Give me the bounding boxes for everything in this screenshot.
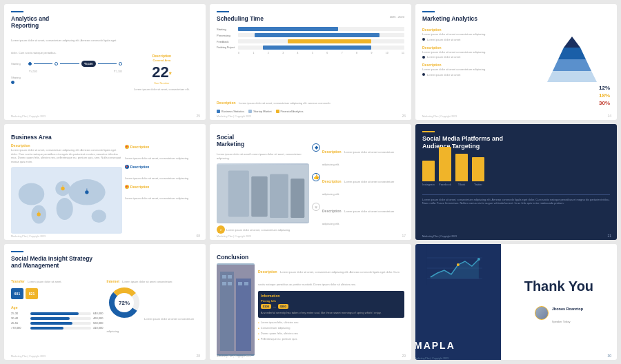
social-img-svg — [217, 163, 309, 224]
slide2-header: Scheduling Time 2026 - 2023 — [217, 15, 404, 25]
tl-bubble: ₹3,100 — [81, 61, 96, 67]
slide2-desc: Description Lorem ipsum dolor sit amet, … — [217, 94, 404, 107]
pin-item1: 📍 Description Lorem ipsum dolor sit amet… — [125, 145, 199, 162]
bar-instagram — [422, 161, 435, 181]
slide3-page: 14 — [607, 114, 611, 118]
svg-rect-19 — [251, 176, 267, 216]
slide2-date: 2026 - 2023 — [390, 15, 404, 19]
slide4-footer: Marketing Plan | Copyright 2023 — [11, 235, 46, 238]
progress-row2: 30-40 460,000 — [11, 316, 103, 320]
icon-row3: ♥ Description Lorem ipsum dolor sit amet… — [312, 203, 404, 228]
slide5-page: 17 — [402, 234, 406, 238]
icon-text2: Description Lorem ipsum dolor sit amet c… — [322, 173, 404, 198]
slide7-page: 28 — [196, 354, 200, 358]
conclusion-desc-label: Description — [258, 270, 277, 274]
bar-label-facebook: Facebook — [439, 183, 451, 186]
svg-point-8 — [57, 197, 73, 219]
slide3-tagline — [422, 11, 435, 12]
insight-col1-title: Transfer — [11, 279, 25, 283]
slide2-desc-body: Lorem ipsum dolor sit amet, consectetuer… — [239, 101, 331, 105]
svg-rect-28 — [236, 279, 251, 351]
stat-boxes: 601 821 — [11, 288, 103, 299]
slide7-footer: Marketing Plan | Copyright 2023 — [11, 355, 46, 358]
info-title: Information — [261, 294, 402, 298]
conclusion-content: Description Lorem ipsum dolor sit amet, … — [217, 263, 404, 356]
bar-group-facebook: Facebook — [439, 147, 451, 186]
conclusion-desc: Description Lorem ipsum dolor sit amet, … — [258, 263, 404, 288]
bar-group-tiktok: Tiktok — [455, 154, 468, 186]
slide-social-marketing: Social Marketing Lorem ipsum dolor sit a… — [210, 124, 411, 240]
slide2-footer: Marketing Plan | Copyright 2023 — [217, 115, 251, 118]
insight-content: Transfer Lorem ipsum dolor sit amet. 601… — [11, 273, 199, 353]
thankyou-right: Thank You Jhones Roanrtop Speaker Today — [501, 244, 617, 360]
tl-label1: Starting — [11, 62, 26, 65]
slide3-title: Marketing Analytics — [422, 15, 610, 22]
slide6-footer: Marketing Plan | Copyright 2023 — [422, 235, 457, 238]
slide2-tagline — [217, 11, 229, 12]
slide5-arrow: › Lorem ipsum dolor sit amet, consectetu… — [217, 225, 309, 234]
svg-rect-20 — [270, 174, 288, 218]
slide1-page: 25 — [196, 114, 200, 118]
svg-rect-31 — [222, 282, 226, 285]
bullet2: • Consectetuer adipiscing — [258, 326, 404, 330]
gantt-row2: Processing — [217, 33, 404, 37]
mkt-row2: Description Lorem ipsum dolor sit amet c… — [422, 46, 531, 59]
slide5-desc: Lorem ipsum dolor sit amet, consectetuer… — [226, 228, 290, 232]
speaker-card: Jhones Roanrtop Speaker Today — [535, 301, 583, 325]
slide5-left: Social Marketing Lorem ipsum dolor sit a… — [217, 134, 309, 234]
slide4-desc-body: Lorem ipsum dolor sit amet, consectetuer… — [11, 148, 122, 163]
slide-marketing-analytics: Marketing Analytics Description Lorem ip… — [415, 4, 617, 120]
icon-text3: Description Lorem ipsum dolor sit amet c… — [322, 203, 404, 228]
slide5-title: Social Marketing — [217, 134, 309, 148]
slide1-tagline — [11, 11, 23, 12]
slide8-title: Conclusion — [217, 254, 404, 261]
timeline: Starting ₹3,100 ₹4,500 ₹1,100 Sharing — [11, 61, 122, 84]
stat-item1: 601 — [11, 288, 23, 299]
slide2-desc-label: Description — [217, 101, 236, 105]
bar-chart: Instagram Facebook Tiktok Twitter — [422, 157, 610, 195]
svg-rect-32 — [228, 282, 232, 285]
price-chip1: $100 — [261, 304, 271, 309]
mapla-container: MAPLA — [415, 339, 495, 357]
legend-text3: Financial Analytics — [281, 110, 304, 113]
svg-marker-1 — [558, 48, 586, 59]
pin-item3: 📍 Description Lorem ipsum dolor sit amet… — [125, 185, 199, 202]
slide-social-insight: Social Media Insight Strategy and Manage… — [4, 244, 206, 360]
svg-point-41 — [477, 258, 480, 261]
tl-row1: Starting ₹3,100 — [11, 61, 122, 67]
bullet4: • Pellentesque eu, pretium quis — [258, 337, 404, 341]
slide5-body: Lorem ipsum dolor sit amet Lorem ipsum d… — [217, 152, 309, 160]
world-map — [11, 167, 122, 234]
insight-col2: Internet Lorem ipsum dolor sit amet cons… — [107, 273, 199, 353]
icon-row1: ◆ Description Lorem ipsum dolor sit amet… — [312, 143, 404, 168]
slide9-footer: Marketing Plan | Copyright 2023 — [415, 357, 495, 360]
bar-label-tiktok: Tiktok — [458, 183, 466, 186]
big-number-suffix: * — [169, 71, 172, 79]
slide1-left: Lorem ipsum dolor sit amet, consectetuer… — [11, 32, 122, 113]
svg-text:72%: 72% — [118, 300, 129, 306]
slide5-footer: Marketing Plan | Copyright 2023 — [217, 235, 251, 238]
price-tags: $100 — $200 — [261, 304, 402, 309]
info-box: Information Pricing Info $100 — $200 A w… — [258, 291, 404, 318]
legend-item2: Startup Market — [248, 110, 271, 113]
slide5-icons: ◆ Description Lorem ipsum dolor sit amet… — [312, 134, 404, 234]
mkt-row1: Description Lorem ipsum dolor sit amet c… — [422, 28, 531, 41]
pin-item2: 📍 Description Lorem ipsum dolor sit amet… — [125, 165, 199, 182]
slide1-footer: Marketing Plan | Copyright 2023 — [11, 115, 46, 118]
map-svg — [11, 167, 122, 234]
bullet3: • Donec quam felis, ultricies nec — [258, 332, 404, 336]
speaker-name: Jhones Roanrtop — [552, 307, 583, 311]
pyramid-svg — [544, 35, 600, 83]
svg-point-40 — [457, 263, 460, 266]
legend-text2: Startup Market — [253, 110, 271, 113]
insight-col1: Transfer Lorem ipsum dolor sit amet. 601… — [11, 273, 103, 353]
slide5-content: Social Marketing Lorem ipsum dolor sit a… — [217, 134, 404, 234]
slide-social-platforms: Social Media Platforms and Audience Targ… — [415, 124, 617, 240]
tl-dot-sharing — [11, 81, 14, 84]
legend-item3: Financial Analytics — [276, 110, 304, 113]
svg-point-10 — [92, 210, 106, 223]
icon-row2: 👍 Description Lorem ipsum dolor sit amet… — [312, 173, 404, 198]
bar-group-instagram: Instagram — [422, 161, 435, 186]
slide6-desc: Lorem ipsum dolor sit amet, consectetuer… — [422, 198, 610, 205]
pricing-label: Pricing Info — [261, 299, 402, 303]
